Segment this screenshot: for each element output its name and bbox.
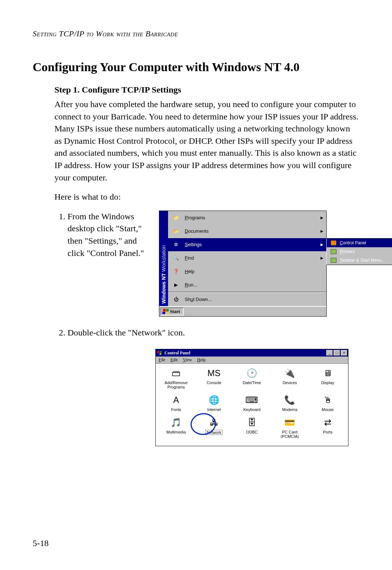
control-panel-icon xyxy=(156,350,162,355)
instruction-step-2: Double-click the "Network" icon. xyxy=(68,327,359,339)
cp-icon-label: Add/Remove Programs xyxy=(164,380,188,389)
cp-icon-devices[interactable]: 🔌Devices xyxy=(271,367,308,389)
modems-icon: 📞 xyxy=(283,394,296,406)
network-icon: 🖧 xyxy=(208,417,220,428)
control-panel-icon xyxy=(330,240,337,246)
cp-icon-internet[interactable]: 🌐Internet xyxy=(196,394,232,412)
cp-icon-label: ODBC xyxy=(246,430,258,434)
cp-icon-network[interactable]: 🖧Network xyxy=(196,417,232,439)
add-remove-programs-icon: 🗃 xyxy=(170,367,182,379)
mouse-icon: 🖱 xyxy=(322,394,334,406)
cp-icon-display[interactable]: 🖥Display xyxy=(310,367,346,389)
ports-icon: ⇄ xyxy=(322,417,334,428)
start-menu-item-programs[interactable]: 📁Programs▶ xyxy=(168,211,326,224)
cp-icon-label: Display xyxy=(321,380,334,385)
submenu-arrow-icon: ▶ xyxy=(320,243,323,247)
minimize-button[interactable]: _ xyxy=(326,350,333,356)
cp-icon-label: Multimedia xyxy=(167,430,186,434)
submenu-arrow-icon: ▶ xyxy=(320,229,323,233)
find-icon: 🔍 xyxy=(171,254,181,262)
devices-icon: 🔌 xyxy=(283,367,296,379)
cp-icon-label: Fonts xyxy=(171,407,181,412)
settings-icon: ⚙ xyxy=(171,240,181,249)
cp-icon-label: Network xyxy=(205,430,222,435)
settings-submenu-item-control-panel[interactable]: Control Panel xyxy=(327,239,392,247)
programs-icon: 📁 xyxy=(171,213,181,222)
start-menu-screenshot: Windows NT Workstation 📁Programs▶📂Docume… xyxy=(159,211,327,317)
cp-icon-label: Mouse xyxy=(322,407,334,412)
intro-paragraph: After you have completed the hardware se… xyxy=(54,98,359,184)
page-number: 5-18 xyxy=(33,538,49,548)
windows-flag-icon xyxy=(162,309,169,314)
cp-icon-label: Devices xyxy=(283,380,297,385)
cp-icon-modems[interactable]: 📞Modems xyxy=(271,394,308,412)
lead-in-text: Here is what to do: xyxy=(54,191,359,203)
documents-icon: 📂 xyxy=(171,227,181,236)
start-button[interactable]: Start xyxy=(160,308,184,315)
cp-icon-label: Keyboard xyxy=(243,407,260,412)
cp-icon-label: Console xyxy=(207,380,221,385)
help-icon: ❓ xyxy=(171,267,181,276)
fonts-icon: A xyxy=(170,394,182,406)
close-button[interactable]: × xyxy=(341,350,347,356)
cp-icon-multimedia[interactable]: 🎵Multimedia xyxy=(158,417,194,439)
cp-icon-label: Modems xyxy=(282,407,297,412)
odbc-icon: 🗄 xyxy=(246,417,258,428)
start-menu-item-find[interactable]: 🔍Find▶ xyxy=(168,251,326,265)
instruction-step-1: From the Windows desktop click "Start," … xyxy=(68,211,149,259)
cp-icon-fonts[interactable]: AFonts xyxy=(158,394,194,412)
pc-card-pcmcia-icon: 💳 xyxy=(283,417,296,428)
taskbar-start-menu--icon xyxy=(330,257,337,263)
window-title-text: Control Panel xyxy=(164,350,190,356)
cp-icon-label: Internet xyxy=(207,407,221,412)
submenu-arrow-icon: ▶ xyxy=(320,216,323,220)
cp-icon-keyboard[interactable]: ⌨Keyboard xyxy=(234,394,270,412)
start-menu-item-documents[interactable]: 📂Documents▶ xyxy=(168,224,326,238)
instruction-list: From the Windows desktop click "Start," … xyxy=(54,211,149,259)
window-menubar: FileEditViewHelp xyxy=(156,357,348,364)
console-icon: MS xyxy=(208,367,220,379)
menu-edit[interactable]: Edit xyxy=(171,357,178,363)
cp-icon-date-time[interactable]: 🕑Date/Time xyxy=(234,367,270,389)
start-menu-item-settings[interactable]: ⚙Settings▶Control PanelPrintersTaskbar &… xyxy=(168,238,326,251)
internet-icon: 🌐 xyxy=(208,394,220,406)
instruction-list-cont: Double-click the "Network" icon. xyxy=(54,327,359,339)
menu-file[interactable]: File xyxy=(159,357,166,363)
submenu-arrow-icon: ▶ xyxy=(320,256,323,260)
display-icon: 🖥 xyxy=(322,367,334,379)
cp-icon-odbc[interactable]: 🗄ODBC xyxy=(234,417,270,439)
settings-submenu-item-printers[interactable]: Printers xyxy=(327,247,392,256)
window-titlebar: Control Panel _ □ × xyxy=(156,349,348,357)
keyboard-icon: ⌨ xyxy=(246,394,258,406)
shut-down--icon: ⏻ xyxy=(171,295,181,304)
cp-icon-mouse[interactable]: 🖱Mouse xyxy=(310,394,346,412)
menu-view[interactable]: View xyxy=(183,357,192,363)
running-header: Setting TCP/IP to Work with the Barricad… xyxy=(33,29,359,38)
maximize-button[interactable]: □ xyxy=(334,350,340,356)
os-banner: Windows NT Workstation xyxy=(159,211,168,306)
cp-icon-console[interactable]: MSConsole xyxy=(196,367,232,389)
start-menu-item-help[interactable]: ❓Help xyxy=(168,265,326,278)
start-menu-item-shut-down-[interactable]: ⏻Shut Down... xyxy=(168,293,326,306)
page-title: Configuring Your Computer with Windows N… xyxy=(33,60,359,74)
cp-icon-add-remove-programs[interactable]: 🗃Add/Remove Programs xyxy=(158,367,194,389)
cp-icon-label: Ports xyxy=(323,430,332,434)
taskbar: Start xyxy=(159,306,326,316)
step-heading: Step 1. Configure TCP/IP Settings xyxy=(54,85,359,95)
cp-icon-ports[interactable]: ⇄Ports xyxy=(310,417,346,439)
run--icon: ▶ xyxy=(171,281,181,289)
multimedia-icon: 🎵 xyxy=(170,417,182,428)
date-time-icon: 🕑 xyxy=(246,367,258,379)
start-menu-list: 📁Programs▶📂Documents▶⚙Settings▶Control P… xyxy=(168,211,326,306)
menu-help[interactable]: Help xyxy=(197,357,205,363)
settings-submenu-item-taskbar-start-menu-[interactable]: Taskbar & Start Menu... xyxy=(327,256,392,265)
start-menu-item-run-[interactable]: ▶Run... xyxy=(168,278,326,292)
cp-icon-label: PC Card (PCMCIA) xyxy=(281,430,299,439)
cp-icon-pc-card-pcmcia[interactable]: 💳PC Card (PCMCIA) xyxy=(271,417,308,439)
control-panel-icon-grid: 🗃Add/Remove ProgramsMSConsole🕑Date/Time🔌… xyxy=(158,367,346,439)
printers-icon xyxy=(330,249,337,255)
cp-icon-label: Date/Time xyxy=(243,380,261,385)
control-panel-screenshot: Control Panel _ □ × FileEditViewHelp 🗃Ad… xyxy=(155,349,348,446)
